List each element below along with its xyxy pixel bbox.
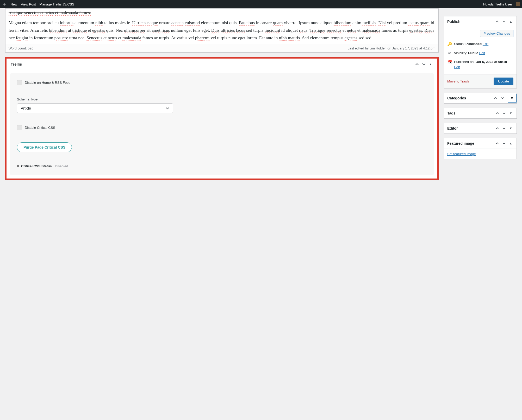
- content-paragraph: Magna etiam tempor orci eu lobortis elem…: [9, 19, 435, 42]
- eye-icon: 👁: [447, 50, 452, 56]
- update-button[interactable]: Update: [494, 78, 513, 85]
- trellis-title: Trellis: [11, 62, 22, 66]
- adminbar-manage-trellis[interactable]: Manage Trellis JS/CSS: [40, 2, 74, 6]
- caret-down-icon[interactable]: ▼: [508, 126, 513, 131]
- key-icon: 🔑: [447, 41, 452, 47]
- schema-type-label: Schema Type: [17, 97, 427, 101]
- publish-title: Publish: [447, 20, 461, 24]
- chevron-down-icon[interactable]: [501, 126, 507, 131]
- status-label: Status:: [454, 42, 465, 46]
- chevron-down-icon[interactable]: [421, 62, 426, 67]
- edit-visibility-link[interactable]: Edit: [479, 51, 485, 55]
- tags-title: Tags: [447, 111, 456, 115]
- chevron-down-icon[interactable]: [501, 111, 507, 116]
- editor-title: Editor: [447, 126, 458, 130]
- chevron-up-icon[interactable]: [495, 126, 500, 131]
- chevron-down-icon[interactable]: [500, 96, 505, 101]
- categories-panel: Categories ▼: [444, 93, 517, 104]
- move-to-trash-link[interactable]: Move to Trash: [447, 79, 469, 83]
- chevron-up-icon[interactable]: [495, 111, 500, 116]
- adminbar-view-post[interactable]: View Post: [21, 2, 36, 6]
- word-count: Word count: 526: [9, 46, 33, 50]
- editor-content-box: tristique senectus et netus et malesuada…: [5, 8, 439, 53]
- editor-panel: Editor ▼: [444, 123, 517, 134]
- chevron-down-icon[interactable]: [501, 141, 507, 146]
- editor-status-bar: Word count: 526 Last edited by Jim Holde…: [5, 44, 438, 52]
- disable-css-label: Disable Critical CSS: [25, 126, 55, 130]
- publish-panel: Publish ▲ Preview Changes 🔑 Status: Publ…: [444, 16, 517, 88]
- critical-css-status-label: Critical CSS Status: [21, 164, 52, 168]
- critical-css-status-value: Disabled: [55, 164, 68, 168]
- chevron-up-icon[interactable]: [414, 62, 420, 67]
- caret-up-icon[interactable]: ▲: [508, 141, 513, 146]
- set-featured-image-link[interactable]: Set featured image: [447, 152, 476, 156]
- published-row: Published on: Oct 6, 2022 at 00:18 Edit: [454, 59, 507, 69]
- disable-css-checkbox[interactable]: [17, 125, 22, 130]
- caret-down-icon[interactable]: ▼: [508, 94, 517, 103]
- disable-home-label: Disable on Home & RSS Feed: [25, 81, 71, 85]
- caret-up-icon[interactable]: ▲: [428, 62, 433, 67]
- chevron-up-icon[interactable]: [493, 96, 498, 101]
- schema-type-select[interactable]: Article: [17, 103, 173, 113]
- chevron-down-icon: [166, 106, 169, 110]
- caret-down-icon[interactable]: ▼: [508, 111, 513, 116]
- status-dot-icon: [17, 165, 19, 167]
- edit-status-link[interactable]: Edit: [483, 42, 488, 46]
- schema-type-value: Article: [21, 106, 31, 110]
- plus-icon[interactable]: ＋: [2, 1, 7, 7]
- tags-panel: Tags ▼: [444, 108, 517, 119]
- caret-up-icon[interactable]: ▲: [508, 19, 513, 24]
- disable-css-row: Disable Critical CSS: [17, 125, 427, 130]
- visibility-value: Public: [468, 51, 478, 55]
- chevron-up-icon[interactable]: [495, 19, 500, 24]
- preview-changes-button[interactable]: Preview Changes: [480, 30, 513, 37]
- purge-css-button[interactable]: Purge Page Critical CSS: [17, 142, 72, 152]
- edit-publish-date-link[interactable]: Edit: [454, 65, 460, 69]
- disable-home-checkbox[interactable]: [17, 80, 22, 85]
- chevron-up-icon[interactable]: [495, 141, 500, 146]
- published-label: Published on:: [454, 60, 475, 64]
- avatar[interactable]: [516, 2, 520, 6]
- adminbar-howdy[interactable]: Howdy, Trellis User: [483, 2, 512, 6]
- last-edited: Last edited by Jim Holden on January 17,…: [347, 46, 435, 50]
- status-value: Published: [465, 42, 482, 46]
- featured-image-panel: Featured image ▲ Set featured image: [444, 138, 517, 159]
- admin-bar: ＋ New View Post Manage Trellis JS/CSS Ho…: [0, 0, 522, 8]
- disable-home-row: Disable on Home & RSS Feed: [17, 80, 427, 85]
- chevron-down-icon[interactable]: [501, 19, 507, 24]
- categories-title: Categories: [447, 96, 466, 100]
- featured-image-title: Featured image: [447, 141, 474, 145]
- post-content[interactable]: tristique senectus et netus et malesuada…: [5, 9, 438, 44]
- visibility-row: Visibility: Public Edit: [454, 50, 485, 56]
- adminbar-new[interactable]: New: [10, 2, 17, 6]
- status-row: Status: Published Edit: [454, 41, 488, 47]
- published-value: Oct 6, 2022 at 00:18: [475, 60, 507, 64]
- trellis-metabox: Trellis ▲ Disable on Home & RSS Feed Sch…: [5, 57, 439, 180]
- visibility-label: Visibility:: [454, 51, 468, 55]
- calendar-icon: 📅: [447, 59, 452, 65]
